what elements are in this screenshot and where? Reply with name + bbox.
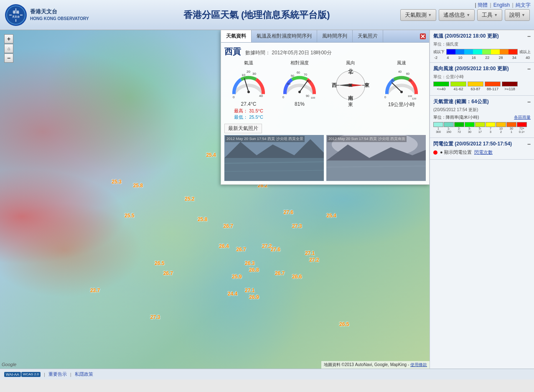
temp-label-6[interactable]: 25.5 — [125, 213, 134, 219]
temp-label-10[interactable]: 27.3 — [292, 223, 302, 229]
temp-label-21[interactable]: 24.4 — [228, 291, 237, 297]
wind-speed-gauge-group: 風速 0 20 40 60 80 100 — [377, 60, 426, 120]
main-content: + ⌂ − 26.425.425.325.825.226.225.525.826… — [0, 30, 534, 369]
photos-label: 最新天氣照片 — [224, 124, 262, 133]
nav-remote-btn[interactable]: 遙感信息 ▼ — [439, 9, 475, 21]
svg-text:20: 20 — [247, 70, 250, 74]
temp-gauge-label: 氣溫 — [224, 60, 273, 66]
temp-label-22[interactable]: 27.1 — [245, 288, 254, 293]
temp-label-17[interactable]: 26.8 — [249, 267, 259, 273]
temp-label-23[interactable]: 26.9 — [249, 294, 259, 300]
lightning-show-label[interactable]: ● 顯示閃電位置 — [440, 149, 472, 155]
temp-label-20[interactable]: 25.9 — [232, 274, 242, 280]
svg-text:100: 100 — [311, 97, 315, 99]
temp-label-25[interactable]: 26.7 — [163, 270, 173, 276]
zoom-out-button[interactable]: − — [4, 53, 13, 63]
temp-label-9[interactable]: 27.6 — [283, 209, 293, 215]
temp-label-2[interactable]: 25.3 — [112, 179, 121, 185]
temp-label-24[interactable]: 26.5 — [155, 260, 164, 266]
wind-direction-gauge: 北 南 西 東 — [332, 67, 369, 100]
weather-photo-2[interactable]: 2012 May 20 Sun 17:54 西貢 沙尖咀 西貢南面 — [326, 135, 426, 181]
map-area[interactable]: + ⌂ − 26.425.425.325.825.226.225.525.826… — [0, 30, 430, 369]
header: 香港 天文台 香港天文台 HONG KONG OBSERVATORY 香港分區天… — [0, 0, 534, 30]
map-attribution: 地圖資料 ©2013 AutoNavi, Google, MapKing - 使… — [321, 361, 430, 369]
temp-label-15[interactable]: 27.6 — [271, 247, 280, 252]
svg-text:0: 0 — [384, 96, 386, 99]
svg-text:40: 40 — [259, 94, 263, 98]
panel-tabs: 天氣資料 氣溫及相對濕度時間序列 風時間序列 天氣照片 — [221, 30, 429, 43]
gauges-row: 氣溫 0 10 20 — [224, 60, 426, 120]
lang-plain-text[interactable]: 純文字 — [516, 2, 531, 8]
lightning-count-link[interactable]: 閃電次數 — [474, 149, 493, 155]
rain-seg-9: 72+0.1+ — [517, 122, 527, 133]
panel-close-button[interactable] — [417, 30, 429, 42]
svg-text:0: 0 — [282, 96, 284, 99]
temp-label-28[interactable]: 26.6 — [292, 274, 302, 280]
temp-label-8[interactable]: 26.7 — [224, 223, 233, 229]
temp-scale-labels: -2 4 10 16 22 28 34 40 — [433, 56, 531, 60]
wind-speed-gauge: 0 20 40 60 80 100 120 — [383, 67, 420, 100]
temp-label-3[interactable]: 25.8 — [133, 183, 143, 188]
nav-help-btn[interactable]: 說明 ▼ — [505, 9, 530, 21]
map-terms-link[interactable]: 使用條款 — [410, 362, 427, 367]
wind-seg-5: >=118 — [502, 81, 518, 91]
temp-label-13[interactable]: 26.7 — [236, 247, 246, 252]
rain-seg-4: 3-30 — [465, 122, 475, 133]
svg-text:10: 10 — [242, 73, 245, 77]
wind-seg-2: 41-62 — [450, 81, 466, 91]
wind-speed-label: 風速 — [377, 60, 426, 66]
nav-tools-btn[interactable]: 工具 ▼ — [477, 9, 502, 21]
legend-lightning: 閃電位置 (20/05/2012 17:50-17:54) − ● 顯示閃電位置… — [430, 138, 534, 160]
legend-wind-title: 風向風速 (20/05/2012 18:00 更新) − — [433, 65, 531, 72]
temp-label-7[interactable]: 25.8 — [198, 216, 207, 222]
wind-speed-value: 19公里/小時 — [377, 101, 426, 108]
legend-temperature: 氣溫 (20/05/2012 18:00 更新) − 單位：攝氏度 或以下 或以… — [430, 30, 534, 63]
svg-point-26 — [298, 91, 301, 93]
nav-weather-btn[interactable]: 天氣觀測 ▼ — [400, 9, 436, 21]
rain-volume-link[interactable]: 各區雨量 — [514, 115, 531, 120]
google-logo: Google — [2, 362, 16, 367]
svg-text:50: 50 — [291, 74, 294, 77]
temp-label-4[interactable]: 25.2 — [185, 196, 194, 202]
legend-lightning-minimize[interactable]: − — [527, 141, 531, 148]
legend-temp-minimize[interactable]: − — [527, 33, 531, 40]
weather-photo-1[interactable]: 2012 May 20 Sun 17:54 西貢 沙尖咀 西貢全景 — [224, 135, 324, 181]
temp-label-26[interactable]: 27.3 — [150, 314, 160, 320]
tab-wind[interactable]: 風時間序列 — [317, 30, 353, 42]
important-notice-link[interactable]: 重要告示 — [48, 371, 67, 377]
svg-text:香港: 香港 — [13, 10, 20, 14]
tab-temp-humidity[interactable]: 氣溫及相對濕度時間序列 — [252, 30, 317, 42]
photos-row: 2012 May 20 Sun 17:54 西貢 沙尖咀 西貢全景 — [224, 135, 426, 181]
temperature-gauge-group: 氣溫 0 10 20 — [224, 60, 273, 120]
temp-label-1[interactable]: 25.4 — [206, 152, 216, 158]
wind-scale: <=40 41-62 63-87 88-117 >=118 — [433, 81, 531, 91]
svg-text:天文台: 天文台 — [12, 15, 20, 18]
pan-home-button[interactable]: ⌂ — [4, 44, 13, 53]
temp-label-29[interactable]: 26.5 — [339, 321, 349, 327]
humidity-gauge-label: 相對濕度 — [275, 60, 324, 66]
lang-simplified[interactable]: 簡體 — [478, 2, 488, 8]
wind-seg-1: <=40 — [433, 81, 449, 91]
temp-label-16[interactable]: 26.3 — [245, 260, 254, 266]
footer: WAI-AA WCAG 2.0 | 重要告示 | 私隱政策 — [0, 369, 534, 379]
temp-label-18[interactable]: 27.1 — [305, 250, 315, 256]
privacy-policy-link[interactable]: 私隱政策 — [75, 371, 93, 377]
svg-text:0: 0 — [233, 95, 235, 99]
legend-radar-minimize[interactable]: − — [527, 99, 531, 105]
zoom-in-button[interactable]: + — [4, 34, 13, 43]
humidity-gauge-group: 相對濕度 0 40 — [275, 60, 324, 120]
temp-color-bar — [446, 49, 518, 55]
temp-label-12[interactable]: 26.4 — [219, 243, 229, 249]
temp-label-19[interactable]: 27.2 — [309, 257, 319, 263]
tab-weather-data[interactable]: 天氣資料 — [221, 30, 252, 42]
temp-label-30[interactable]: 23.7 — [90, 288, 100, 293]
footer-sep: | — [44, 372, 45, 377]
temp-label-11[interactable]: 25.4 — [326, 213, 336, 219]
lang-english[interactable]: English — [493, 2, 510, 8]
legend-wind: 風向風速 (20/05/2012 18:00 更新) − 單位：公里/小時 <=… — [430, 63, 534, 96]
tab-photos[interactable]: 天氣照片 — [353, 30, 383, 42]
temp-label-27[interactable]: 26.7 — [275, 270, 285, 276]
svg-text:90: 90 — [306, 94, 309, 97]
legend-wind-minimize[interactable]: − — [527, 66, 531, 72]
wind-dir-value: 東 — [326, 101, 375, 108]
